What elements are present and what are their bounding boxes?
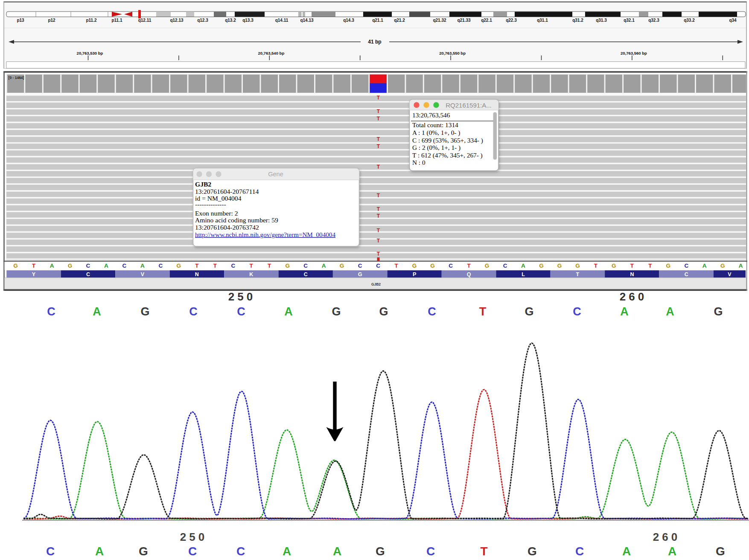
svg-text:C: C [685,271,688,277]
svg-text:A: A [93,305,101,318]
svg-text:A: A [668,545,676,558]
svg-text:Total count: 1314: Total count: 1314 [412,121,458,128]
svg-text:T: T [479,305,487,318]
svg-text:T: T [377,108,380,114]
svg-text:C : 699 (53%, 365+, 334- ): C : 699 (53%, 365+, 334- ) [412,137,483,144]
svg-text:A: A [620,305,629,318]
svg-text:T: T [377,251,380,257]
svg-text:G: G [557,262,562,269]
svg-text:GJB2: GJB2 [371,282,381,286]
svg-text:G: G [528,545,537,558]
svg-text:N: N [195,271,199,277]
svg-text:T: T [268,262,271,269]
svg-text:C: C [189,305,198,318]
svg-text:13:20761604-20767114: 13:20761604-20767114 [195,188,259,195]
svg-text:G : 2 (0%, 1+, 1- ): G : 2 (0%, 1+, 1- ) [412,144,460,152]
svg-text:A: A [622,545,631,558]
svg-text:q22.1: q22.1 [481,18,492,23]
svg-text:G: G [714,305,723,318]
svg-text:p13: p13 [17,18,24,23]
svg-text:G: G [285,262,290,269]
svg-text:G: G [13,262,18,269]
svg-text:G: G [716,545,725,558]
svg-text:A: A [666,305,674,318]
svg-text:q31.2: q31.2 [572,18,583,23]
svg-text:L: L [522,271,525,277]
svg-text:A: A [283,545,291,558]
svg-text:q34: q34 [729,18,737,23]
svg-text:T: T [394,262,398,269]
svg-text:q31.3: q31.3 [596,18,607,23]
svg-text:GJB2: GJB2 [195,181,211,188]
svg-text:G: G [539,262,544,269]
svg-text:G: G [140,305,149,318]
svg-text:RQ2161591:A...: RQ2161591:A... [446,102,492,109]
svg-text:q21.1: q21.1 [372,18,383,23]
svg-text:A: A [284,305,293,318]
svg-text:G: G [139,545,148,558]
svg-text:q21.33: q21.33 [457,18,471,23]
svg-text:C: C [236,545,245,558]
svg-text:T : 612 (47%, 345+, 267- ): T : 612 (47%, 345+, 267- ) [412,152,483,159]
svg-text:C: C [47,305,55,318]
svg-text:T: T [467,262,471,269]
svg-text:G: G [68,262,73,269]
svg-text:--------------: -------------- [195,201,226,208]
svg-text:C: C [231,262,235,269]
svg-text:G: G [666,262,671,269]
svg-text:q21.2: q21.2 [394,18,405,23]
svg-text:T: T [377,228,380,233]
svg-text:20,763,550 bp: 20,763,550 bp [439,51,466,55]
svg-text:T: T [480,545,487,558]
svg-text:q12.11: q12.11 [138,18,152,23]
svg-text:N : 0: N : 0 [412,159,426,166]
svg-text:T: T [377,95,380,101]
svg-text:T: T [377,143,380,149]
svg-text:20,763,560 bp: 20,763,560 bp [621,51,647,55]
svg-text:T: T [377,206,380,212]
svg-text:C: C [86,262,90,269]
svg-text:C: C [376,262,380,269]
svg-text:T: T [213,262,217,269]
svg-text:N: N [630,271,634,277]
svg-text:Amino acid coding number: 59: Amino acid coding number: 59 [195,216,278,224]
svg-text:T: T [594,262,598,269]
svg-text:C: C [237,305,245,318]
svg-text:q14.3: q14.3 [343,18,354,23]
svg-text:T: T [377,192,380,198]
svg-text:G: G [525,305,533,318]
svg-text:G: G [485,262,490,269]
svg-text:G: G [340,262,344,269]
svg-text:C: C [684,262,688,269]
svg-text:A: A [322,262,326,269]
svg-text:A: A [95,545,104,558]
svg-text:T: T [377,164,380,170]
svg-text:20,763,540 bp: 20,763,540 bp [258,51,284,55]
svg-text:C: C [122,262,127,269]
svg-text:p11.2: p11.2 [86,18,96,23]
svg-text:41 bp: 41 bp [368,39,381,45]
svg-text:q33.2: q33.2 [684,18,695,23]
svg-text:G: G [612,262,616,269]
svg-text:C: C [303,262,308,269]
svg-text:T: T [32,262,36,269]
svg-text:q13.3: q13.3 [242,18,254,23]
svg-text:C: C [503,262,507,269]
svg-text:G: G [575,262,580,269]
svg-text:T: T [377,136,380,142]
svg-text:T: T [377,238,380,244]
svg-text:[0 - 1464]: [0 - 1464] [9,76,24,80]
svg-text:A: A [333,545,341,558]
svg-text:G: G [177,262,181,269]
svg-text:A: A [521,262,525,269]
svg-text:G: G [379,305,388,318]
svg-text:T: T [377,116,380,122]
svg-text:G: G [412,262,417,269]
svg-text:q14.11: q14.11 [275,18,289,23]
svg-text:K: K [249,271,253,277]
svg-text:13:20761604-20763742: 13:20761604-20763742 [195,224,259,231]
svg-text:C: C [426,545,435,558]
svg-text:C: C [428,305,436,318]
svg-text:q21.32: q21.32 [433,18,446,23]
svg-text:C: C [304,271,308,277]
